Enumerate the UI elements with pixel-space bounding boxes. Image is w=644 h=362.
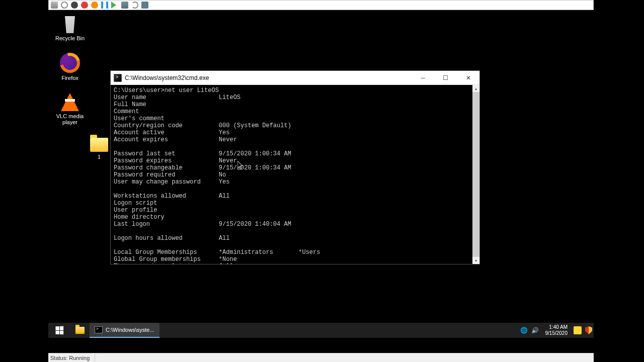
scroll-up-button[interactable]: ▴: [472, 85, 479, 92]
minimize-button[interactable]: ─: [412, 71, 434, 85]
play-icon[interactable]: [111, 2, 118, 9]
network-icon[interactable]: 🌐: [520, 326, 528, 334]
cmd-icon: [95, 326, 103, 333]
desktop-icon-vlc[interactable]: VLC media player: [52, 93, 88, 125]
taskbar-left: C:\Windows\syste...: [48, 323, 159, 338]
windows-logo-icon: [55, 326, 63, 335]
revert-icon[interactable]: [131, 2, 138, 9]
disc-icon[interactable]: [61, 2, 68, 9]
folder-icon: [90, 138, 108, 152]
file-explorer-icon: [75, 327, 85, 334]
cmd-window: C:\Windows\system32\cmd.exe ─ ☐ ✕ C:\Use…: [110, 70, 480, 264]
power-icon[interactable]: [91, 2, 98, 9]
clock-date: 9/15/2020: [545, 330, 568, 336]
maximize-button[interactable]: ☐: [434, 71, 457, 85]
vm-status-text: Status: Running: [50, 355, 90, 361]
start-button[interactable]: [48, 323, 70, 338]
cmd-titlebar[interactable]: C:\Windows\system32\cmd.exe ─ ☐ ✕: [111, 71, 479, 85]
scrollbar[interactable]: ▴ ▾: [472, 85, 479, 264]
desktop-icon-recycle-bin[interactable]: Recycle Bin: [52, 13, 88, 41]
clock[interactable]: 1:40 AM 9/15/2020: [542, 324, 571, 336]
vm-toolbar: [48, 0, 594, 10]
desktop-icon-label: Recycle Bin: [55, 35, 85, 41]
close-button[interactable]: ✕: [457, 71, 479, 85]
action-center-icon[interactable]: [574, 326, 582, 334]
snapshot-icon[interactable]: [51, 2, 58, 9]
desktop-icon-label: Firefox: [61, 75, 78, 81]
taskbar-item-label: C:\Windows\syste...: [106, 327, 154, 333]
security-icon[interactable]: [585, 326, 593, 334]
desktop-icon-label: 1: [98, 154, 101, 160]
status-separator: [95, 354, 95, 361]
volume-icon[interactable]: 🔊: [531, 326, 539, 334]
desktop-icon-firefox[interactable]: Firefox: [52, 53, 88, 81]
pause-icon[interactable]: [101, 2, 108, 9]
window-title: C:\Windows\system32\cmd.exe: [125, 74, 412, 81]
fullscreen-icon[interactable]: [141, 2, 148, 9]
taskbar-item-cmd[interactable]: C:\Windows\syste...: [90, 323, 159, 338]
scroll-thumb[interactable]: [472, 92, 479, 257]
cmd-body: C:\Users\user>net user LiteOS User name …: [111, 85, 479, 264]
terminal-output[interactable]: C:\Users\user>net user LiteOS User name …: [111, 85, 472, 264]
scroll-down-button[interactable]: ▾: [472, 257, 479, 264]
taskbar-item-explorer[interactable]: [70, 323, 90, 338]
firefox-icon: [60, 53, 80, 73]
vm-status-bar: Status: Running: [48, 353, 594, 362]
taskbar: C:\Windows\syste... 🌐 🔊 1:40 AM 9/15/202…: [48, 323, 594, 338]
scroll-track[interactable]: [472, 92, 479, 257]
system-tray: 🌐 🔊 1:40 AM 9/15/2020: [520, 323, 594, 338]
desktop-icon-label: VLC media player: [56, 113, 84, 125]
record-off-icon[interactable]: [71, 2, 78, 9]
desktop[interactable]: Recycle Bin Firefox VLC media player 1 C…: [48, 10, 594, 338]
record-icon[interactable]: [81, 2, 88, 9]
vlc-icon: [61, 93, 79, 111]
cmd-app-icon: [114, 74, 122, 82]
save-icon[interactable]: [121, 2, 128, 9]
recycle-bin-icon: [60, 13, 80, 33]
clock-time: 1:40 AM: [545, 324, 568, 330]
